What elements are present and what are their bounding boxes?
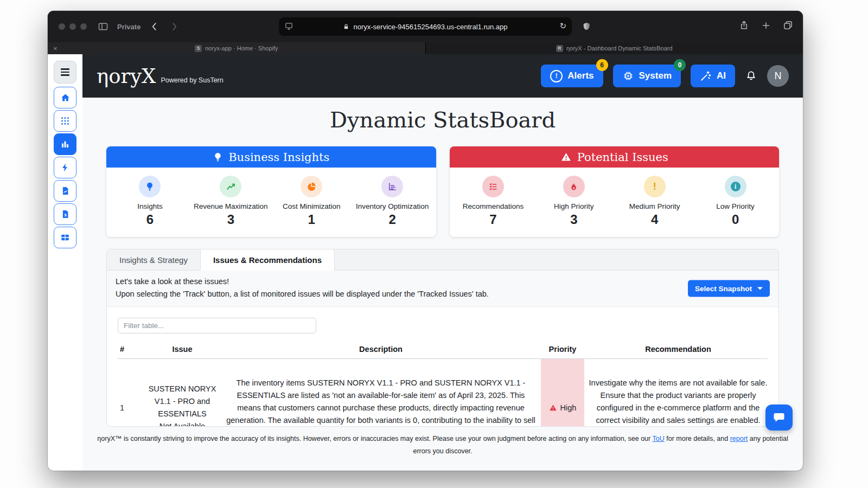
noryx-favicon: R (556, 45, 563, 52)
tab-overview-icon[interactable] (783, 20, 793, 30)
invoice-file-icon: $ (61, 209, 70, 219)
window-controls (59, 23, 87, 30)
address-bar[interactable]: noryx-service-945615254693.us-central1.r… (279, 17, 572, 36)
row-number: 1 (118, 359, 139, 426)
select-snapshot-label: Select Snapshot (695, 285, 752, 293)
info-icon: i (731, 182, 741, 191)
zoom-window-button[interactable] (80, 23, 87, 30)
line-chart-icon (226, 182, 236, 192)
app-root: $ ηoryX Powered by SusTern (48, 54, 803, 471)
report-file-icon (61, 186, 70, 196)
app-logo: ηoryX (97, 66, 156, 86)
stat-value: 0 (695, 212, 776, 227)
filter-table-input[interactable] (118, 318, 316, 333)
privacy-shield-icon[interactable] (582, 21, 591, 32)
col-header-num: # (118, 345, 139, 354)
close-window-button[interactable] (59, 23, 65, 30)
potential-issues-stats: Recommendations 7 (450, 168, 780, 237)
recommendation-cell: Investigate why the items are not availa… (589, 359, 768, 426)
lock-icon (343, 23, 349, 30)
back-button[interactable] (149, 21, 160, 32)
intro-line-2: Upon selecting the 'Track' button, a lis… (116, 288, 770, 300)
address-bar-wrap: noryx-service-945615254693.us-central1.r… (279, 17, 572, 36)
stat-value: 7 (453, 212, 534, 227)
minimize-window-button[interactable] (69, 23, 76, 30)
browser-window: Private no (48, 11, 803, 471)
sidebar-item-tables[interactable] (54, 227, 76, 248)
screenshot-stage: Private no (0, 0, 868, 488)
stat-value: 1 (271, 212, 352, 227)
system-count-badge: 0 (674, 59, 686, 71)
system-button[interactable]: System 0 (613, 65, 681, 87)
user-avatar[interactable]: N (767, 65, 789, 87)
sidebar-item-invoices[interactable]: $ (54, 203, 76, 225)
magic-wand-icon (700, 70, 712, 82)
tab-insights-strategy[interactable]: Insights & Strategy (107, 249, 200, 270)
new-tab-icon[interactable] (761, 21, 771, 30)
issues-panel: Insights & Strategy Issues & Recommendat… (106, 249, 779, 427)
share-icon[interactable] (739, 20, 749, 31)
stat-high-priority: High Priority 3 (533, 176, 614, 227)
stat-label: Revenue Maximization (190, 202, 271, 210)
sidebar-item-reports[interactable] (54, 180, 76, 202)
chat-fab-button[interactable] (765, 404, 793, 431)
alerts-count-badge: 6 (596, 59, 608, 71)
shopify-favicon: S (195, 45, 202, 52)
tab-issues-recommendations[interactable]: Issues & Recommendations (200, 249, 335, 271)
col-header-description: Description (225, 345, 537, 354)
business-insights-card: Business Insights (106, 146, 436, 237)
tab-title: ηoryX - Dashboard Dynamic StatsBoard (566, 45, 673, 52)
stat-label: High Priority (533, 202, 614, 210)
ai-button[interactable]: AI (691, 65, 735, 87)
alert-exclamation-icon: ! (550, 70, 563, 82)
sidebar-item-apps[interactable] (54, 110, 76, 132)
ai-button-label: AI (717, 70, 726, 81)
warning-triangle-icon (560, 152, 572, 162)
toolbar-right (739, 20, 793, 31)
report-link[interactable]: report (730, 435, 748, 442)
close-tab-icon[interactable]: × (53, 45, 58, 52)
brand-tagline: Powered by SusTern (161, 76, 223, 86)
col-header-priority: Priority (541, 345, 584, 354)
browser-tab-noryx[interactable]: R ηoryX - Dashboard Dynamic StatsBoard (426, 42, 803, 54)
apps-grid-icon (60, 116, 70, 126)
sidebar-item-actions[interactable] (54, 157, 76, 178)
app-header: ηoryX Powered by SusTern ! Alerts 6 (82, 54, 803, 98)
business-insights-title: Business Insights (228, 151, 329, 164)
toolbar-left: Private (98, 21, 180, 32)
reload-icon[interactable]: ↻ (559, 21, 566, 31)
forward-button[interactable] (169, 21, 180, 32)
notifications-bell-icon[interactable] (745, 70, 757, 82)
page-settings-icon[interactable] (284, 22, 293, 31)
stat-label: Inventory Optimization (352, 202, 433, 210)
issue-title: SUSTERN NORYX V1.1 - PRO and ESSENTIALS (144, 383, 221, 420)
business-insights-stats: Insights 6 Revenue Maximiza (106, 168, 436, 237)
sidebar-toggle-icon[interactable] (98, 21, 108, 32)
table-row: 1 SUSTERN NORYX V1.1 - PRO and ESSENTIAL… (118, 359, 768, 426)
sidebar-menu-button[interactable] (54, 61, 76, 84)
tou-link[interactable]: ToU (653, 435, 665, 442)
priority-cell: High (541, 359, 584, 426)
intro-line-1: Let's take a look at these issues! (116, 275, 770, 288)
stat-label: Recommendations (453, 202, 534, 210)
bolt-icon (60, 163, 70, 172)
flame-icon (569, 182, 578, 191)
alerts-button[interactable]: ! Alerts 6 (541, 65, 603, 87)
bar-chart-icon (60, 139, 70, 149)
pie-chart-icon (307, 182, 316, 191)
sidebar-item-statsboard[interactable] (54, 133, 76, 155)
exclamation-icon: ! (653, 181, 656, 192)
tab-title: noryx-app · Home · Shopify (205, 45, 278, 52)
stat-low-priority: i Low Priority 0 (695, 176, 776, 227)
private-browsing-label: Private (117, 23, 141, 31)
stat-value: 3 (533, 212, 614, 227)
stat-value: 2 (352, 212, 433, 227)
sidebar-item-home[interactable] (54, 87, 76, 108)
checklist-icon (488, 182, 498, 191)
stat-value: 4 (614, 212, 695, 227)
select-snapshot-button[interactable]: Select Snapshot (688, 280, 770, 297)
potential-issues-title: Potential Issues (577, 151, 668, 164)
stat-value: 3 (190, 212, 271, 227)
page-title: Dynamic StatsBoard (106, 107, 779, 132)
browser-tab-shopify[interactable]: × S noryx-app · Home · Shopify (48, 42, 426, 54)
